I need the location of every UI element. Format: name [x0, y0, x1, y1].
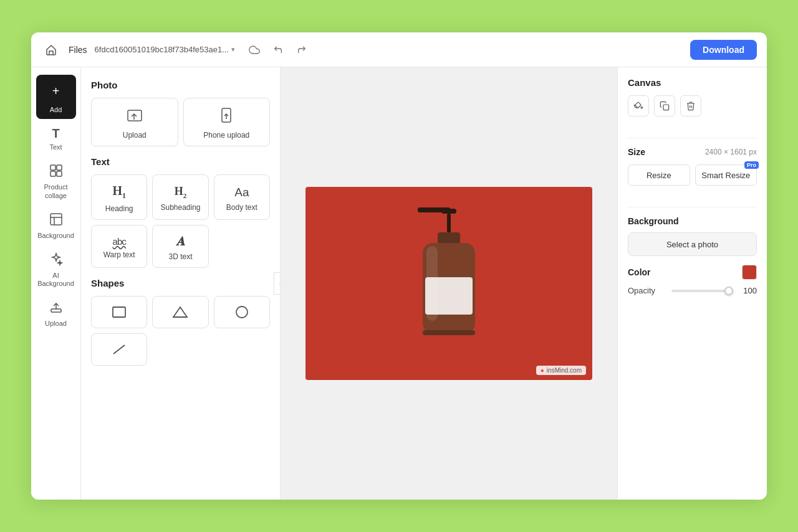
download-button[interactable]: Download	[690, 40, 757, 60]
text-section-title: Text	[91, 156, 270, 167]
warp-text-label: Warp text	[103, 250, 135, 259]
nav-item-ai-background[interactable]: AI Background	[36, 247, 76, 293]
photo-tools-grid: Upload Phone upload	[91, 98, 270, 146]
undo-button[interactable]	[269, 40, 287, 59]
phone-upload-icon	[219, 107, 234, 127]
cloud-sync-icon[interactable]	[245, 40, 264, 59]
header: Files 6fdcd160051019bc18f73b4fe53ae1... …	[31, 32, 767, 67]
rect-shape-icon	[111, 305, 127, 321]
warp-text-card[interactable]: abc Warp text	[91, 225, 147, 268]
heading-card[interactable]: H1 Heading	[91, 174, 147, 220]
paint-bucket-button[interactable]	[628, 95, 649, 116]
upload-photo-icon	[126, 107, 143, 127]
svg-rect-25	[663, 105, 669, 110]
collage-nav-label: Product collage	[44, 183, 68, 199]
copy-button[interactable]	[654, 95, 675, 116]
redo-button[interactable]	[292, 40, 311, 59]
svg-rect-13	[113, 307, 125, 317]
background-section-title: Background	[628, 216, 757, 226]
text-tools-grid: H1 Heading H2 Subheading Aa Body text ab…	[91, 174, 270, 268]
add-icon: +	[45, 80, 67, 102]
body-text-label: Body text	[226, 203, 257, 212]
nav-item-collage[interactable]: Product collage	[36, 159, 76, 204]
svg-rect-2	[50, 171, 55, 176]
triangle-shape-card[interactable]	[152, 296, 208, 328]
shapes-tools-grid	[91, 296, 270, 366]
tools-panel: Photo Upload	[81, 67, 281, 500]
opacity-label: Opacity	[628, 286, 665, 295]
nav-item-add[interactable]: + Add	[36, 75, 76, 119]
subheading-icon: H2	[175, 185, 187, 199]
svg-rect-0	[50, 165, 55, 170]
files-link[interactable]: Files	[69, 45, 87, 55]
text-nav-icon: T	[52, 126, 59, 141]
divider-1	[628, 138, 757, 138]
canvas-image: ● insMind.com	[305, 187, 592, 380]
ai-background-nav-icon	[49, 252, 63, 269]
line-shape-card[interactable]	[91, 333, 147, 366]
circle-shape-icon	[234, 305, 249, 321]
opacity-thumb	[724, 287, 733, 295]
watermark: ● insMind.com	[536, 366, 586, 375]
collage-nav-icon	[49, 164, 63, 181]
canvas-section-title: Canvas	[628, 77, 757, 88]
upload-nav-label: Upload	[45, 320, 67, 328]
triangle-shape-icon	[172, 305, 188, 321]
opacity-value: 100	[739, 286, 757, 295]
svg-rect-1	[57, 165, 62, 170]
header-actions	[245, 40, 311, 59]
svg-point-15	[236, 306, 248, 318]
icon-nav: + Add T Text Product collage	[31, 67, 81, 500]
background-nav-label: Background	[37, 232, 74, 240]
panel-collapse-button[interactable]: ‹	[274, 272, 281, 295]
right-panel: Canvas	[617, 67, 767, 500]
phone-upload-label: Phone upload	[203, 131, 249, 140]
heading-label: Heading	[105, 204, 133, 213]
upload-nav-icon	[49, 300, 63, 317]
body-text-icon: Aa	[234, 186, 249, 199]
nav-item-background[interactable]: Background	[36, 207, 76, 245]
shapes-section-title: Shapes	[91, 278, 270, 288]
svg-rect-19	[418, 207, 450, 212]
home-button[interactable]	[41, 40, 61, 60]
text-3d-card[interactable]: 𝐀 3D text	[152, 225, 208, 268]
resize-row: Resize Smart Resize Pro	[628, 164, 757, 186]
select-photo-button[interactable]: Select a photo	[628, 232, 757, 256]
opacity-row: Opacity 100	[628, 286, 757, 295]
ai-background-nav-label: AI Background	[37, 272, 74, 288]
rect-shape-card[interactable]	[91, 296, 147, 328]
svg-line-16	[113, 345, 125, 354]
text-nav-label: Text	[49, 143, 62, 151]
subheading-label: Subheading	[160, 203, 200, 212]
line-shape-icon	[111, 343, 127, 359]
svg-rect-9	[128, 110, 142, 121]
upload-photo-card[interactable]: Upload	[91, 98, 178, 146]
resize-button[interactable]: Resize	[628, 164, 690, 186]
body-text-card[interactable]: Aa Body text	[214, 174, 270, 220]
svg-rect-23	[425, 277, 473, 315]
right-toolbar	[628, 95, 757, 116]
heading-icon: H1	[112, 184, 126, 201]
canvas-area: ● insMind.com	[281, 67, 617, 500]
filename-display[interactable]: 6fdcd160051019bc18f73b4fe53ae1... ▾	[95, 45, 235, 54]
main-area: + Add T Text Product collage	[31, 67, 767, 500]
warp-text-icon: abc	[113, 236, 126, 247]
subheading-card[interactable]: H2 Subheading	[152, 174, 208, 220]
svg-marker-14	[173, 307, 187, 317]
nav-item-text[interactable]: T Text	[36, 121, 76, 156]
photo-section-title: Photo	[91, 80, 270, 90]
color-row: Color	[628, 265, 757, 280]
nav-item-upload[interactable]: Upload	[36, 295, 76, 333]
svg-rect-18	[447, 214, 451, 232]
pro-badge: Pro	[744, 161, 759, 169]
app-window: Files 6fdcd160051019bc18f73b4fe53ae1... …	[31, 32, 767, 500]
opacity-slider[interactable]	[671, 290, 733, 292]
smart-resize-button[interactable]: Smart Resize Pro	[695, 164, 757, 186]
add-label: Add	[50, 106, 62, 114]
svg-rect-4	[50, 214, 62, 225]
color-swatch[interactable]	[742, 265, 757, 280]
delete-button[interactable]	[680, 95, 701, 116]
circle-shape-card[interactable]	[214, 296, 270, 328]
phone-upload-card[interactable]: Phone upload	[183, 98, 271, 146]
filename-chevron-icon: ▾	[231, 45, 235, 54]
